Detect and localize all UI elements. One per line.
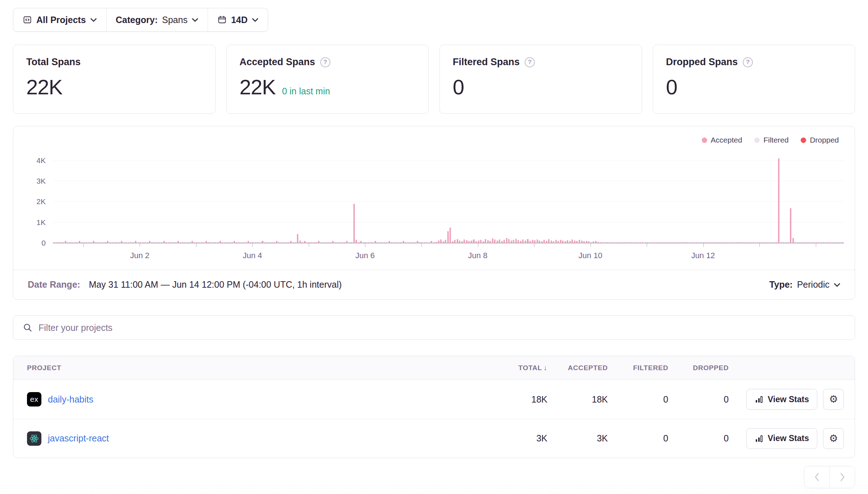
legend-item-dropped[interactable]: Dropped [801,136,839,144]
card-title: Total Spans [26,57,81,68]
project-settings-button[interactable]: ⚙ [823,428,844,449]
filtered-value: 0 [608,433,668,444]
filtered-value: 0 [608,394,668,405]
accepted-value: 3K [547,433,608,444]
chart-legend: Accepted Filtered Dropped [702,136,839,144]
live-rate-text: 0 in last min [282,86,330,96]
project-filter-dropdown[interactable]: All Projects [13,8,106,31]
accepted-spans-card: Accepted Spans ? 22K 0 in last min [226,45,429,114]
project-link[interactable]: javascript-react [48,433,109,444]
chevron-down-icon [192,18,198,22]
card-title: Filtered Spans [453,57,520,68]
card-value: 0 [666,75,677,99]
date-period-value: 14D [231,15,248,25]
card-value: 22K [26,75,62,99]
card-title: Accepted Spans [240,57,315,68]
chevron-left-icon [814,472,820,482]
date-period-dropdown[interactable]: 14D [208,8,268,31]
dropped-value: 0 [668,394,729,405]
expo-platform-icon: ex [27,392,41,407]
view-stats-button[interactable]: View Stats [746,428,817,449]
table-row: ex daily-habits 18K 18K 0 0 View Stats ⚙ [13,380,855,419]
chart-footer: Date Range: May 31 11:00 AM — Jun 14 12:… [13,270,855,299]
help-icon[interactable]: ? [525,57,535,67]
project-filter-label: All Projects [36,15,86,25]
dropped-spans-card: Dropped Spans ? 0 [653,45,855,114]
help-icon[interactable]: ? [743,57,753,67]
accepted-value: 18K [547,394,608,405]
column-header-total[interactable]: TOTAL↓ [487,364,547,372]
project-settings-button[interactable]: ⚙ [823,389,844,410]
column-header-dropped[interactable]: DROPPED [668,364,729,372]
total-value: 3K [487,433,547,444]
column-header-project: PROJECT [13,364,487,372]
filter-bar: All Projects Category: Spans 14D [13,8,268,32]
projects-table: PROJECT TOTAL↓ ACCEPTED FILTERED DROPPED… [13,356,855,458]
category-filter-value: Spans [162,15,187,25]
gear-icon: ⚙ [829,434,838,444]
card-value: 22K [240,75,276,99]
bar-chart-icon [755,395,763,404]
chart-y-axis: 01K2K3K4K [23,152,53,243]
react-platform-icon [27,431,41,446]
chart-x-axis: Jun 2Jun 4Jun 6Jun 8Jun 10Jun 12 [53,243,844,270]
page-bottom-texture [0,485,868,494]
total-spans-card: Total Spans 22K [13,45,216,114]
calendar-icon [217,15,227,24]
search-icon [23,323,33,333]
project-filter-search [13,315,855,340]
filtered-legend-dot-icon [754,138,760,143]
column-header-accepted[interactable]: ACCEPTED [547,364,608,372]
column-header-filtered[interactable]: FILTERED [608,364,668,372]
chevron-down-icon [834,283,840,287]
chevron-right-icon [840,472,845,482]
gear-icon: ⚙ [829,394,838,404]
project-link[interactable]: daily-habits [48,394,93,405]
projects-icon [23,15,32,24]
category-filter-label: Category: [116,15,158,25]
legend-item-accepted[interactable]: Accepted [702,136,742,144]
date-range-value: May 31 11:00 AM — Jun 14 12:00 PM (-04:0… [89,279,342,290]
usage-chart-card: Accepted Filtered Dropped 01K2K3K4K Jun … [13,126,855,300]
chevron-down-icon [90,18,97,22]
card-title: Dropped Spans [666,57,738,68]
date-range-label: Date Range: [28,279,80,290]
card-value: 0 [453,75,464,99]
help-icon[interactable]: ? [320,57,330,67]
category-filter-dropdown[interactable]: Category: Spans [106,8,208,31]
bar-chart-icon [755,434,763,443]
type-dropdown[interactable]: Type: Periodic [769,279,840,290]
dropped-legend-dot-icon [801,138,806,143]
type-value: Periodic [797,279,829,290]
table-header-row: PROJECT TOTAL↓ ACCEPTED FILTERED DROPPED [13,356,855,380]
stat-cards: Total Spans 22K Accepted Spans ? 22K 0 i… [13,45,855,114]
sort-descending-icon: ↓ [543,364,547,372]
stats-page: All Projects Category: Spans 14D Total S… [0,0,868,494]
search-input[interactable] [39,323,845,333]
table-row: javascript-react 3K 3K 0 0 View Stats ⚙ [13,419,855,458]
accepted-legend-dot-icon [702,138,707,143]
dropped-value: 0 [668,433,729,444]
legend-item-filtered[interactable]: Filtered [754,136,788,144]
filtered-spans-card: Filtered Spans ? 0 [439,45,642,114]
chart-plot-area[interactable] [53,152,844,243]
view-stats-button[interactable]: View Stats [746,389,817,410]
total-value: 18K [487,394,547,405]
chevron-down-icon [252,18,258,22]
